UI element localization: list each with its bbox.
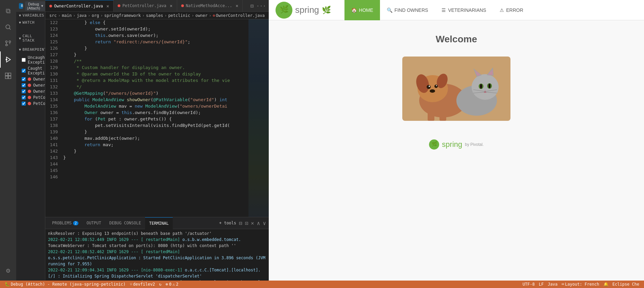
tab-ownercontroller-label: OwnerController.java (54, 4, 103, 8)
uncaught-exceptions-item[interactable]: Uncaught Exceptions (16, 54, 45, 65)
problems-tab[interactable]: PROBLEMS 2 (48, 217, 82, 229)
tab-ownercontroller[interactable]: OwnerController.java × (45, 0, 114, 12)
code-line[interactable]: } (63, 154, 246, 161)
search-icon[interactable] (0, 19, 16, 35)
code-line[interactable]: } else { (63, 19, 246, 26)
debug-status-label: Debug (Attach) - Remote (java-spring-pet… (11, 282, 126, 287)
output-tab[interactable]: OUTPUT (82, 217, 105, 229)
code-line[interactable]: public ModelAndView showOwner(@PathVaria… (63, 96, 246, 103)
code-line[interactable]: for (Pet pet : owner.getPets()) { (63, 116, 246, 122)
close-panel-icon[interactable]: × (251, 220, 254, 226)
errors-status[interactable]: ⊗ 0 ⚠ 2 (164, 282, 181, 287)
watch-header[interactable]: WATCH (16, 19, 45, 26)
code-line[interactable]: pet.setVisitsInternal(visits.findByPetId… (63, 122, 246, 129)
tools-label: + tools (219, 221, 236, 225)
code-line[interactable]: mav.addObject(owner); (63, 135, 246, 141)
code-line[interactable]: * @param ownerId the ID of the owner to … (63, 71, 246, 77)
layout-status[interactable]: ⌨ Layout: French (559, 282, 601, 287)
panel-up-icon[interactable]: ∧ (257, 220, 260, 226)
code-line[interactable]: Owner owner = this.owners.findById(owner… (63, 109, 246, 116)
encoding-status[interactable]: UTF-8 (521, 282, 537, 287)
tab-nativemethod-close[interactable]: × (236, 3, 238, 8)
source-control-icon[interactable] (0, 35, 16, 51)
code-line[interactable]: /** (63, 58, 246, 64)
breadcrumb-org: org (92, 13, 99, 18)
code-line[interactable]: owner.setId(ownerId); (63, 26, 246, 32)
code-editor[interactable]: 1221231241251261271281291301311321331341… (45, 19, 269, 217)
nav-home[interactable]: 🏠 HOME (344, 0, 380, 20)
eclipse-che-label: Eclipse Che (613, 282, 639, 287)
breakpoint-item[interactable]: OwnerController.java src/main/jav... 111 (16, 88, 45, 94)
maximize-panel-icon[interactable]: ⊡ (245, 220, 248, 226)
bp-checkbox[interactable] (22, 89, 26, 93)
uncaught-exceptions-checkbox[interactable] (22, 58, 26, 62)
breakpoints-header[interactable]: BREAKPOINTS (16, 46, 45, 53)
breakpoint-item[interactable]: PetController.java src/main/jav/or... 81 (16, 101, 45, 107)
breakpoint-item[interactable]: OwnerController.java src/main/jav... 71 (16, 82, 45, 88)
line-number: 140 (48, 135, 58, 141)
line-ending-status[interactable]: LF (537, 282, 546, 287)
code-line[interactable]: * Custom handler for displaying an owner… (63, 64, 246, 71)
callstack-collapse-icon (19, 36, 21, 41)
code-line[interactable]: } (63, 51, 246, 58)
terminal-tab[interactable]: TERMINAL (145, 217, 173, 229)
bp-checkbox[interactable] (22, 95, 26, 99)
bp-checkbox[interactable] (22, 77, 26, 81)
bp-checkbox[interactable] (22, 102, 26, 106)
tab-close-pet-icon[interactable]: × (170, 3, 172, 8)
code-line[interactable]: ModelAndView mav = new ModelAndView("own… (63, 103, 246, 109)
bp-dot-icon (28, 77, 31, 81)
notification-status[interactable]: 🔔 (601, 282, 611, 287)
svg-point-19 (427, 85, 431, 89)
code-line[interactable]: return "redirect:/owners/{ownerId}"; (63, 39, 246, 45)
bp-filename: OwnerController.java (33, 83, 45, 88)
breadcrumb: src › main › java › org › springframewor… (45, 12, 269, 19)
code-content[interactable]: } else { owner.setId(ownerId); this.owne… (61, 19, 248, 217)
code-line[interactable]: * @return a ModelMap with the model attr… (63, 77, 246, 84)
nav-error[interactable]: ⚠ ERROR (493, 0, 530, 20)
nav-veterinarians[interactable]: ☰ VETERINARIANS (435, 0, 493, 20)
line-number: 124 (48, 32, 58, 39)
debug-icon[interactable] (0, 51, 16, 68)
tab-close-icon[interactable]: × (106, 3, 109, 9)
code-line[interactable]: } (63, 129, 246, 135)
line-number: 144 (48, 161, 58, 167)
code-line[interactable]: return mav; (63, 141, 246, 148)
footer-pivotal-text: by Pivotal. (465, 142, 483, 147)
branch-icon: ⑂ (130, 282, 132, 287)
sync-status[interactable]: ↻ (157, 282, 164, 287)
breakpoint-item[interactable]: PetController.java src/main/jav/or... 78 (16, 94, 45, 101)
debug-status[interactable]: 🐛 Debug (Attach) - Remote (java-spring-p… (3, 282, 128, 287)
footer-spring-text: spring (442, 140, 462, 149)
debug-console-tab[interactable]: DEBUG CONSOLE (105, 217, 145, 229)
tab-petcontroller[interactable]: PetController.java × (114, 0, 177, 12)
language-status[interactable]: Java (546, 282, 559, 287)
home-icon: 🏠 (351, 7, 357, 13)
variables-header[interactable]: VARIABLES (16, 12, 45, 19)
settings-icon[interactable]: ⚙ (0, 262, 16, 279)
code-line[interactable]: this.owners.save(owner); (63, 32, 246, 39)
panel-tabs: PROBLEMS 2 OUTPUT DEBUG CONSOLE TERMINAL… (45, 217, 269, 229)
breakpoint-item[interactable]: OwnerController.java src/main/jav... 67 (16, 76, 45, 82)
extensions-icon[interactable] (0, 68, 16, 84)
split-panel-icon[interactable]: ⊟ (239, 220, 242, 226)
bp-checkbox[interactable] (22, 83, 26, 87)
tab-nativemethod[interactable]: NativeMethodAcce... × (177, 0, 243, 12)
code-line[interactable]: } (63, 45, 246, 51)
code-line[interactable]: @GetMapping("/owners/{ownerId}") (63, 90, 246, 96)
debug-attach-button[interactable]: Debug (Attach) ▾ (25, 1, 45, 11)
code-line[interactable]: } (63, 148, 246, 154)
eclipse-che-status[interactable]: Eclipse Che (611, 282, 641, 287)
caught-exceptions-item[interactable]: Caught Exceptions (16, 65, 45, 76)
more-actions-icon[interactable]: ··· (256, 3, 266, 9)
branch-status[interactable]: ⑂ devfilev2 (128, 282, 157, 287)
line-number: 136 (48, 109, 58, 116)
callstack-header[interactable]: CALL STACK (16, 32, 45, 44)
caught-exceptions-checkbox[interactable] (22, 69, 26, 73)
split-editor-icon[interactable]: ⊟ (250, 3, 254, 9)
nav-find-owners[interactable]: 🔍 FIND OWNERS (380, 0, 435, 20)
panel-down-icon[interactable]: ∨ (263, 220, 266, 226)
terminal-content[interactable]: nksResolver : Exposing 13 endpoint(s) be… (45, 229, 269, 288)
code-line[interactable]: */ (63, 84, 246, 90)
explorer-icon[interactable]: ⧉ (0, 3, 16, 19)
